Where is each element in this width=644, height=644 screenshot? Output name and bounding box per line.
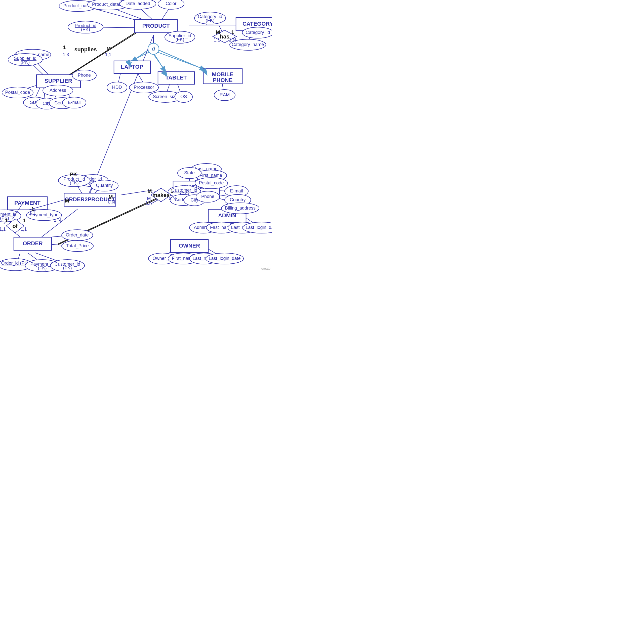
ram-text: RAM — [220, 92, 230, 97]
svg-line-73 — [157, 52, 206, 70]
makes-card5: 1,N — [145, 200, 152, 206]
has-card3: 1,1 — [214, 37, 220, 43]
svg-line-70 — [89, 35, 153, 195]
pay-card2: 1,1 — [29, 211, 35, 216]
makes-card2: M — [148, 188, 152, 194]
postal-code-text: Postal_code — [5, 90, 30, 95]
of-card3: 1,1 — [0, 227, 6, 232]
cust-phone-text: Phone — [201, 194, 214, 199]
os-text: OS — [180, 94, 187, 99]
hdd-text: HDD — [112, 85, 122, 90]
mobile-label2: PHONE — [213, 77, 232, 83]
admin-logindate-text: Last_login_date — [246, 225, 272, 230]
o2p-card1: M — [109, 194, 113, 200]
pay-card3: M — [65, 198, 69, 204]
supplies-card3: 1,3 — [63, 52, 69, 57]
mobile-label1: MOBILE — [212, 71, 233, 77]
of-text: of — [13, 223, 18, 229]
makes-card3: 0,N — [169, 196, 176, 201]
supplies-card1: 1 — [63, 45, 66, 50]
category-fk-text2: (FK) — [206, 18, 215, 23]
order-label: ORDER — [23, 240, 43, 247]
svg-line-75 — [15, 233, 21, 237]
makes-text: makes — [152, 192, 170, 198]
order-date-text: Order_date — [66, 232, 89, 238]
has-text: has — [220, 33, 229, 40]
specialization-d: d — [152, 46, 155, 52]
category-name-text: Category_name — [232, 42, 264, 47]
cust-country-text: Country — [230, 197, 246, 202]
quantity-text: Quantity — [96, 183, 113, 188]
watermark: create — [261, 267, 270, 270]
cust-postal-text: Postal_code — [199, 180, 224, 186]
payment-id-pk-text2: (PK) — [0, 216, 9, 221]
product-label: PRODUCT — [142, 23, 170, 29]
has-card1: M — [216, 29, 220, 35]
cust-firstname-text: First_name — [199, 173, 222, 178]
svg-line-72 — [153, 54, 166, 72]
er-diagram: PRODUCT CATEGORY SUPPLIER LAPTOP TABLET … — [0, 0, 272, 272]
product-id-fk-text2: (FK) — [70, 180, 79, 185]
order-id-pk-text1: Order_id (PK) — [1, 261, 29, 266]
phone-text: Phone — [78, 73, 91, 78]
total-price-text: Total_Price — [66, 243, 89, 249]
supplies-card2: M — [107, 46, 111, 51]
cust-id-fk-text2: (FK) — [63, 265, 72, 270]
product-details-text: Product_detaills — [92, 2, 124, 7]
cust-state-text: State — [184, 170, 195, 175]
svg-line-71 — [131, 52, 149, 61]
payment-id-fk-text2: (FK) — [38, 265, 47, 270]
product-id-text2: (PK) — [81, 27, 90, 32]
supplies-text: supplies — [74, 46, 97, 53]
owner-logindate-text: Last_login_date — [209, 256, 240, 261]
supplier-label: SUPPLIER — [45, 78, 72, 84]
laptop-label: LAPTOP — [121, 64, 143, 70]
supplier-id-text2: (PK) — [21, 60, 30, 65]
has-card4: 1,N — [229, 37, 236, 43]
category-id-text: Category_id — [246, 30, 270, 35]
cust-email-text: E-mail — [230, 188, 243, 193]
screen-size-text: Screen_size — [153, 94, 178, 99]
makes-card4: M — [147, 196, 151, 201]
date-added-text: Date_added — [126, 1, 150, 6]
makes-card1: 1 — [170, 188, 173, 194]
order2product-label: ORDER2PRODUCT — [65, 196, 115, 203]
supplier-fk-text2: (FK) — [176, 37, 184, 42]
cust-billing-text: Billing_address — [225, 206, 256, 211]
address-text: Address — [50, 88, 66, 93]
has-card2: 1 — [231, 29, 234, 35]
processor-text: Processor — [134, 85, 154, 90]
of-card4: 1,1 — [20, 227, 27, 232]
category-label: CATEGORY — [243, 21, 272, 27]
email-text: E-mail — [68, 100, 81, 105]
owner-label: OWNER — [179, 243, 200, 249]
tablet-label: TABLET — [165, 74, 187, 81]
payment-label: PAYMENT — [14, 200, 41, 206]
supplies-card4: 1,1 — [105, 52, 111, 57]
of-card2: 1 — [23, 218, 25, 223]
color-text: Color — [166, 1, 176, 6]
pk-label: PK — [70, 172, 77, 177]
of-card1: 1 — [5, 218, 8, 223]
o2p-card2: 0,N — [108, 199, 115, 205]
